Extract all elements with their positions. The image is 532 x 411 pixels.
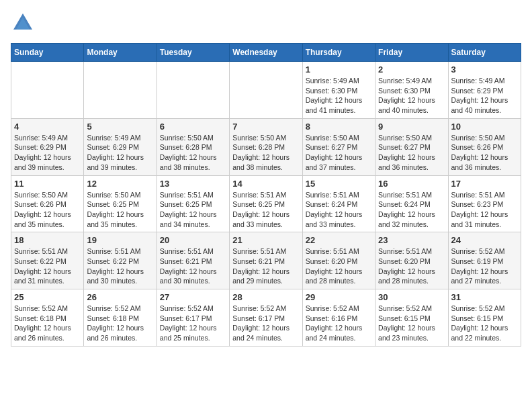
calendar-cell (230, 62, 302, 119)
calendar-cell: 8Sunrise: 5:50 AM Sunset: 6:27 PM Daylig… (302, 118, 375, 175)
calendar-cell: 11Sunrise: 5:50 AM Sunset: 6:26 PM Dayli… (11, 175, 84, 232)
day-number: 1 (306, 64, 372, 75)
calendar-cell: 14Sunrise: 5:51 AM Sunset: 6:25 PM Dayli… (230, 175, 302, 232)
day-info: Sunrise: 5:50 AM Sunset: 6:27 PM Dayligh… (378, 133, 445, 173)
calendar-cell: 19Sunrise: 5:51 AM Sunset: 6:22 PM Dayli… (84, 232, 157, 289)
day-info: Sunrise: 5:51 AM Sunset: 6:22 PM Dayligh… (87, 246, 153, 286)
day-info: Sunrise: 5:50 AM Sunset: 6:27 PM Dayligh… (306, 133, 372, 173)
calendar-cell: 20Sunrise: 5:51 AM Sunset: 6:21 PM Dayli… (157, 232, 229, 289)
day-info: Sunrise: 5:52 AM Sunset: 6:16 PM Dayligh… (306, 304, 372, 343)
day-number: 18 (14, 235, 81, 245)
calendar-cell: 31Sunrise: 5:52 AM Sunset: 6:15 PM Dayli… (448, 289, 521, 347)
calendar-cell: 28Sunrise: 5:52 AM Sunset: 6:17 PM Dayli… (230, 289, 302, 347)
day-info: Sunrise: 5:52 AM Sunset: 6:15 PM Dayligh… (378, 304, 445, 343)
day-info: Sunrise: 5:51 AM Sunset: 6:25 PM Dayligh… (232, 190, 299, 230)
day-info: Sunrise: 5:51 AM Sunset: 6:20 PM Dayligh… (378, 246, 445, 286)
weekday-header-thursday: Thursday (302, 44, 375, 62)
calendar-cell: 12Sunrise: 5:50 AM Sunset: 6:25 PM Dayli… (84, 175, 157, 232)
day-number: 9 (378, 122, 445, 132)
calendar-body: 1Sunrise: 5:49 AM Sunset: 6:30 PM Daylig… (11, 62, 521, 347)
day-info: Sunrise: 5:50 AM Sunset: 6:26 PM Dayligh… (451, 133, 518, 173)
day-info: Sunrise: 5:51 AM Sunset: 6:24 PM Dayligh… (378, 190, 445, 230)
logo-icon (11, 11, 35, 35)
day-number: 11 (14, 179, 81, 189)
week-row-1: 1Sunrise: 5:49 AM Sunset: 6:30 PM Daylig… (11, 62, 521, 119)
day-number: 31 (451, 292, 518, 302)
calendar-cell: 16Sunrise: 5:51 AM Sunset: 6:24 PM Dayli… (375, 175, 448, 232)
weekday-header-tuesday: Tuesday (157, 44, 229, 62)
day-info: Sunrise: 5:51 AM Sunset: 6:20 PM Dayligh… (306, 246, 372, 286)
day-info: Sunrise: 5:50 AM Sunset: 6:28 PM Dayligh… (160, 133, 226, 173)
day-info: Sunrise: 5:52 AM Sunset: 6:17 PM Dayligh… (232, 304, 299, 343)
calendar-cell (157, 62, 229, 119)
calendar-cell: 5Sunrise: 5:49 AM Sunset: 6:29 PM Daylig… (84, 118, 157, 175)
calendar-cell: 6Sunrise: 5:50 AM Sunset: 6:28 PM Daylig… (157, 118, 229, 175)
day-info: Sunrise: 5:49 AM Sunset: 6:30 PM Dayligh… (306, 76, 372, 116)
page-header (11, 11, 521, 35)
day-number: 28 (232, 292, 299, 302)
day-info: Sunrise: 5:49 AM Sunset: 6:29 PM Dayligh… (451, 76, 518, 116)
day-number: 2 (378, 64, 445, 75)
day-number: 30 (378, 292, 445, 302)
day-number: 19 (87, 235, 153, 245)
calendar-cell (84, 62, 157, 119)
weekday-header-wednesday: Wednesday (230, 44, 302, 62)
day-info: Sunrise: 5:50 AM Sunset: 6:25 PM Dayligh… (87, 190, 153, 230)
week-row-2: 4Sunrise: 5:49 AM Sunset: 6:29 PM Daylig… (11, 118, 521, 175)
day-number: 5 (87, 122, 153, 132)
day-number: 13 (160, 179, 226, 189)
day-info: Sunrise: 5:52 AM Sunset: 6:19 PM Dayligh… (451, 246, 518, 286)
week-row-3: 11Sunrise: 5:50 AM Sunset: 6:26 PM Dayli… (11, 175, 521, 232)
calendar-cell: 10Sunrise: 5:50 AM Sunset: 6:26 PM Dayli… (448, 118, 521, 175)
day-number: 12 (87, 179, 153, 189)
calendar-cell: 21Sunrise: 5:51 AM Sunset: 6:21 PM Dayli… (230, 232, 302, 289)
calendar-cell: 17Sunrise: 5:51 AM Sunset: 6:23 PM Dayli… (448, 175, 521, 232)
day-number: 26 (87, 292, 153, 302)
day-info: Sunrise: 5:52 AM Sunset: 6:18 PM Dayligh… (87, 304, 153, 343)
calendar-cell: 22Sunrise: 5:51 AM Sunset: 6:20 PM Dayli… (302, 232, 375, 289)
calendar-cell: 1Sunrise: 5:49 AM Sunset: 6:30 PM Daylig… (302, 62, 375, 119)
weekday-header-monday: Monday (84, 44, 157, 62)
day-info: Sunrise: 5:51 AM Sunset: 6:22 PM Dayligh… (14, 246, 81, 286)
day-number: 15 (306, 179, 372, 189)
day-info: Sunrise: 5:49 AM Sunset: 6:30 PM Dayligh… (378, 76, 445, 116)
day-number: 7 (232, 122, 299, 132)
day-number: 22 (306, 235, 372, 245)
calendar-cell: 4Sunrise: 5:49 AM Sunset: 6:29 PM Daylig… (11, 118, 84, 175)
day-number: 23 (378, 235, 445, 245)
calendar-cell: 24Sunrise: 5:52 AM Sunset: 6:19 PM Dayli… (448, 232, 521, 289)
calendar-cell: 30Sunrise: 5:52 AM Sunset: 6:15 PM Dayli… (375, 289, 448, 347)
day-info: Sunrise: 5:51 AM Sunset: 6:24 PM Dayligh… (306, 190, 372, 230)
day-info: Sunrise: 5:50 AM Sunset: 6:26 PM Dayligh… (14, 190, 81, 230)
calendar-cell: 3Sunrise: 5:49 AM Sunset: 6:29 PM Daylig… (448, 62, 521, 119)
calendar-cell: 26Sunrise: 5:52 AM Sunset: 6:18 PM Dayli… (84, 289, 157, 347)
calendar-cell: 15Sunrise: 5:51 AM Sunset: 6:24 PM Dayli… (302, 175, 375, 232)
day-number: 14 (232, 179, 299, 189)
weekday-header-saturday: Saturday (448, 44, 521, 62)
weekday-row: SundayMondayTuesdayWednesdayThursdayFrid… (11, 44, 521, 62)
weekday-header-sunday: Sunday (11, 44, 84, 62)
calendar-cell: 25Sunrise: 5:52 AM Sunset: 6:18 PM Dayli… (11, 289, 84, 347)
day-number: 25 (14, 292, 81, 302)
day-info: Sunrise: 5:52 AM Sunset: 6:17 PM Dayligh… (160, 304, 226, 343)
calendar-cell: 23Sunrise: 5:51 AM Sunset: 6:20 PM Dayli… (375, 232, 448, 289)
day-number: 4 (14, 122, 81, 132)
day-number: 3 (451, 64, 518, 75)
calendar-cell: 7Sunrise: 5:50 AM Sunset: 6:28 PM Daylig… (230, 118, 302, 175)
calendar-cell: 13Sunrise: 5:51 AM Sunset: 6:25 PM Dayli… (157, 175, 229, 232)
day-number: 10 (451, 122, 518, 132)
weekday-header-friday: Friday (375, 44, 448, 62)
day-number: 16 (378, 179, 445, 189)
day-number: 21 (232, 235, 299, 245)
calendar-cell: 29Sunrise: 5:52 AM Sunset: 6:16 PM Dayli… (302, 289, 375, 347)
day-info: Sunrise: 5:50 AM Sunset: 6:28 PM Dayligh… (232, 133, 299, 173)
day-info: Sunrise: 5:49 AM Sunset: 6:29 PM Dayligh… (14, 133, 81, 173)
calendar-table: SundayMondayTuesdayWednesdayThursdayFrid… (11, 43, 521, 347)
calendar-cell: 2Sunrise: 5:49 AM Sunset: 6:30 PM Daylig… (375, 62, 448, 119)
logo (11, 11, 39, 35)
day-number: 8 (306, 122, 372, 132)
day-number: 20 (160, 235, 226, 245)
day-number: 24 (451, 235, 518, 245)
day-info: Sunrise: 5:51 AM Sunset: 6:21 PM Dayligh… (160, 246, 226, 286)
day-number: 17 (451, 179, 518, 189)
